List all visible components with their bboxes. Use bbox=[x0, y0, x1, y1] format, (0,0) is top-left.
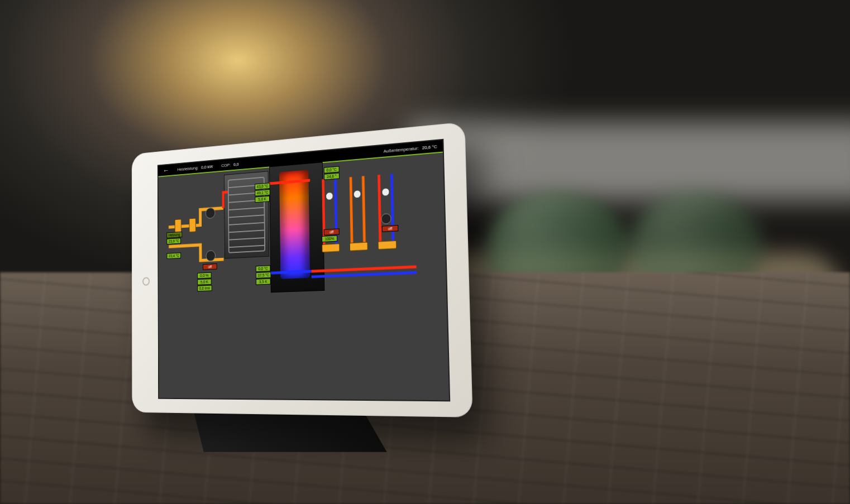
svg-rect-0 bbox=[175, 219, 181, 233]
cop-value: 0,0 bbox=[233, 161, 239, 166]
outdoor-temp-label: Außentemperatur: bbox=[384, 145, 419, 153]
svg-rect-5 bbox=[322, 244, 340, 252]
heating-power-label: Heizleistung: bbox=[177, 165, 198, 172]
heating-power-readout: Heizleistung: 0,0 kW bbox=[177, 164, 213, 172]
svg-rect-7 bbox=[350, 242, 367, 251]
circuit3-status[interactable]: off bbox=[382, 225, 399, 232]
svg-point-3 bbox=[206, 250, 216, 261]
heating-circuit-label: Heizung bbox=[166, 232, 182, 238]
tank-upper-delta: 5,0 K bbox=[255, 196, 269, 203]
cop-label: COP: bbox=[221, 162, 231, 168]
hydraulic-diagram[interactable]: Heizung 23,9 °C 23,4 °C off 0,0 % 5,0 K … bbox=[158, 153, 449, 401]
flow-temp-value: 23,9 °C bbox=[166, 238, 181, 244]
outdoor-temp-value: 20,6 °C bbox=[422, 144, 437, 151]
return-temp-value: 23,4 °C bbox=[167, 252, 182, 259]
tablet-scene: ← Heizleistung: 0,0 kW COP: 0,0 Außentem… bbox=[105, 136, 476, 448]
svg-rect-9 bbox=[378, 241, 397, 249]
svg-point-6 bbox=[354, 190, 361, 198]
valve-percent: 0,0 % bbox=[197, 272, 211, 279]
right-header-temp2: 24,6 ° bbox=[324, 172, 340, 180]
app-screen: ← Heizleistung: 0,0 kW COP: 0,0 Außentem… bbox=[157, 139, 450, 402]
flow-rate-value: 0,0 l/mi bbox=[197, 285, 212, 291]
svg-point-8 bbox=[382, 188, 390, 196]
tank-lower-delta: 3,5 K bbox=[256, 279, 271, 285]
tank-top-temp: 43,0 °C bbox=[255, 183, 270, 190]
circuit1-status[interactable]: off bbox=[324, 228, 340, 236]
back-arrow-icon[interactable]: ← bbox=[163, 166, 169, 174]
svg-point-10 bbox=[381, 213, 391, 224]
outdoor-temp-readout: Außentemperatur: 20,6 °C bbox=[384, 144, 437, 154]
svg-point-4 bbox=[326, 192, 333, 200]
home-button[interactable] bbox=[142, 277, 150, 285]
cop-readout: COP: 0,0 bbox=[221, 161, 238, 167]
delta-t-value: 5,0 K bbox=[197, 279, 211, 285]
tank-lower-temp: 0,0 °C bbox=[256, 265, 271, 272]
tablet-device: ← Heizleistung: 0,0 kW COP: 0,0 Außentem… bbox=[132, 122, 473, 417]
svg-rect-1 bbox=[189, 218, 196, 232]
circuit1-valve: 100% bbox=[322, 236, 337, 243]
pump-status[interactable]: off bbox=[203, 263, 217, 270]
heating-power-value: 0,0 kW bbox=[201, 164, 213, 170]
tank-upper-temp: 49,1 °C bbox=[255, 189, 270, 196]
tank-lower-mid-temp: 37,5 °C bbox=[256, 272, 271, 279]
